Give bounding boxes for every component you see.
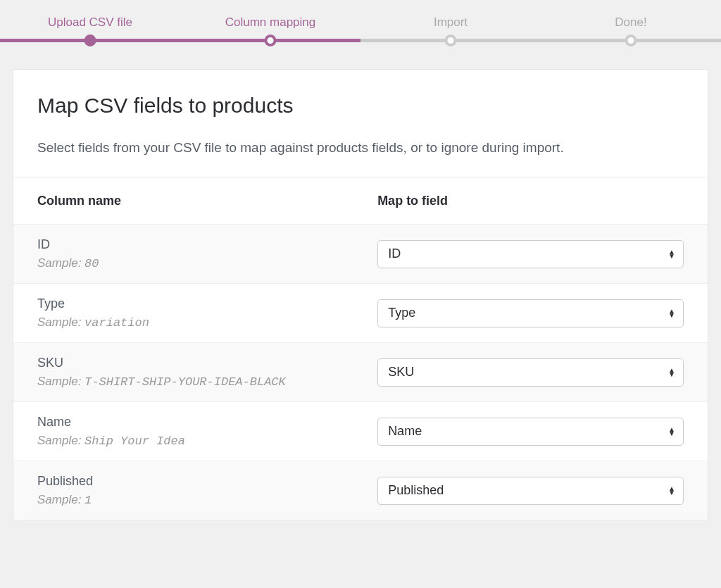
map-select[interactable]: Type ▲▼ bbox=[377, 299, 684, 327]
step-dot-icon bbox=[265, 35, 277, 46]
column-sample: Sample: 1 bbox=[37, 493, 330, 507]
mapping-table: Column name Map to field ID Sample: 80 I… bbox=[13, 178, 708, 520]
table-row: SKU Sample: T-SHIRT-SHIP-YOUR-IDEA-BLACK… bbox=[13, 343, 708, 402]
table-row: Type Sample: variation Type ▲▼ bbox=[13, 284, 708, 343]
mapping-card: Map CSV fields to products Select fields… bbox=[13, 69, 708, 520]
table-row: Name Sample: Ship Your Idea Name ▲▼ bbox=[13, 402, 708, 461]
select-value: ID bbox=[388, 246, 401, 261]
column-sample: Sample: Ship Your Idea bbox=[37, 434, 330, 448]
table-row: ID Sample: 80 ID ▲▼ bbox=[13, 225, 708, 284]
step-done: Done! bbox=[541, 0, 721, 49]
page-description: Select fields from your CSV file to map … bbox=[37, 137, 684, 158]
step-label: Upload CSV file bbox=[48, 15, 132, 29]
col-header-name: Column name bbox=[13, 178, 353, 225]
step-import: Import bbox=[360, 0, 541, 49]
map-select[interactable]: Name ▲▼ bbox=[377, 418, 684, 446]
column-name: Published bbox=[37, 474, 330, 489]
step-column-mapping[interactable]: Column mapping bbox=[180, 0, 360, 49]
page-title: Map CSV fields to products bbox=[37, 94, 684, 118]
step-dot-icon bbox=[445, 35, 457, 46]
map-select[interactable]: ID ▲▼ bbox=[377, 240, 684, 268]
column-name: Name bbox=[37, 415, 330, 430]
select-value: Type bbox=[388, 306, 415, 320]
map-select[interactable]: Published ▲▼ bbox=[377, 477, 684, 505]
select-value: Published bbox=[388, 483, 444, 498]
column-sample: Sample: variation bbox=[37, 315, 330, 330]
step-dot-icon bbox=[625, 35, 637, 46]
map-select[interactable]: SKU ▲▼ bbox=[377, 358, 684, 387]
col-header-map: Map to field bbox=[353, 178, 708, 225]
column-name: SKU bbox=[37, 356, 330, 370]
column-name: Type bbox=[37, 296, 330, 311]
progress-stepper: Upload CSV file Column mapping Import Do… bbox=[0, 0, 721, 49]
step-upload-csv[interactable]: Upload CSV file bbox=[0, 0, 180, 49]
step-label: Import bbox=[434, 15, 468, 29]
column-sample: Sample: 80 bbox=[37, 256, 330, 270]
select-value: Name bbox=[388, 424, 422, 439]
card-header: Map CSV fields to products Select fields… bbox=[13, 70, 708, 178]
select-value: SKU bbox=[388, 365, 414, 380]
step-label: Column mapping bbox=[225, 15, 316, 29]
step-dot-icon bbox=[84, 35, 96, 46]
step-label: Done! bbox=[615, 15, 646, 29]
table-row: Published Sample: 1 Published ▲▼ bbox=[13, 461, 708, 520]
column-name: ID bbox=[37, 237, 330, 252]
column-sample: Sample: T-SHIRT-SHIP-YOUR-IDEA-BLACK bbox=[37, 375, 330, 389]
